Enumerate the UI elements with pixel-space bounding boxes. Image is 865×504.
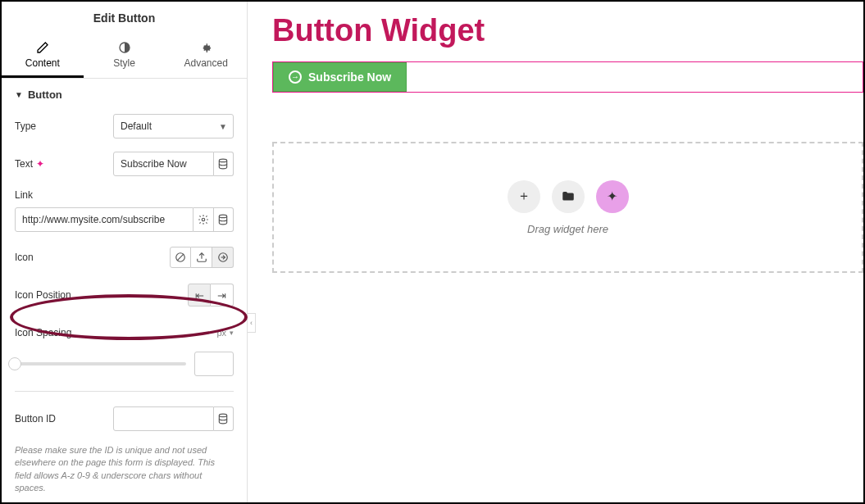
page-title: Button Widget: [272, 13, 863, 48]
template-library-button[interactable]: [552, 180, 585, 213]
icon-spacing-label: Icon Spacing: [15, 327, 113, 338]
chevron-left-icon: ‹: [250, 319, 253, 327]
link-label: Link: [15, 189, 234, 201]
button-id-help: Please make sure the ID is unique and no…: [15, 444, 234, 495]
link-input[interactable]: [15, 207, 193, 232]
database-icon: [217, 413, 229, 425]
sparkle-icon: ✦: [607, 188, 617, 204]
icon-upload-button[interactable]: [191, 247, 212, 268]
button-id-input[interactable]: [113, 406, 214, 431]
svg-point-9: [220, 414, 227, 417]
ai-widget-button[interactable]: ✦: [596, 180, 629, 213]
half-circle-icon: [118, 41, 131, 54]
align-left-icon: ⇤: [195, 289, 204, 302]
sidebar-collapse-toggle[interactable]: ‹: [248, 313, 256, 333]
folder-icon: [561, 189, 576, 204]
drop-zone[interactable]: ＋ ✦ Drag widget here: [272, 142, 863, 273]
tab-style[interactable]: Style: [84, 33, 166, 78]
button-id-dynamic-button[interactable]: [214, 406, 234, 431]
slider-thumb[interactable]: [8, 357, 21, 370]
upload-icon: [196, 252, 207, 263]
icon-library-button[interactable]: [212, 247, 234, 268]
divider: [15, 391, 234, 392]
align-right-icon: ⇥: [217, 289, 226, 302]
button-widget-container[interactable]: → Subscribe Now: [272, 61, 863, 93]
icon-spacing-slider[interactable]: [15, 362, 186, 366]
link-dynamic-button[interactable]: [214, 207, 234, 232]
dynamic-tags-button[interactable]: [214, 152, 234, 176]
gear-icon: [199, 41, 212, 54]
pencil-icon: [36, 41, 49, 54]
section-button-toggle[interactable]: ▼ Button: [15, 89, 234, 101]
tab-content[interactable]: Content: [2, 33, 84, 78]
sidebar-title: Edit Button: [2, 2, 247, 33]
editor-sidebar: Edit Button Content Style Advanced ▼ But…: [2, 2, 248, 502]
arrow-right-circle-icon: →: [289, 70, 302, 84]
svg-point-1: [220, 159, 227, 162]
svg-line-5: [177, 254, 184, 261]
unit-selector[interactable]: px ▾: [216, 328, 234, 338]
ai-sparkle-icon: ✦: [36, 158, 44, 170]
type-select[interactable]: [113, 114, 234, 138]
button-id-label: Button ID: [15, 413, 113, 425]
panel-body: ▼ Button Type ▼ Text ✦: [2, 79, 247, 502]
icon-spacing-number-input[interactable]: [194, 352, 234, 376]
tab-advanced[interactable]: Advanced: [165, 33, 247, 78]
icon-position-label: Icon Position: [15, 289, 113, 301]
svg-point-3: [220, 215, 227, 218]
plus-icon: ＋: [517, 188, 530, 205]
add-widget-button[interactable]: ＋: [508, 180, 540, 213]
text-label: Text ✦: [15, 158, 113, 170]
gear-icon: [198, 214, 209, 225]
editor-tabs: Content Style Advanced: [2, 33, 247, 79]
text-input[interactable]: [113, 152, 214, 176]
caret-down-icon: ▼: [15, 90, 23, 99]
icon-label: Icon: [15, 252, 113, 263]
link-options-button[interactable]: [193, 207, 213, 232]
icon-none-button[interactable]: [170, 247, 191, 268]
editor-canvas: Button Widget → Subscribe Now ＋ ✦ Drag w: [248, 2, 863, 502]
database-icon: [217, 214, 229, 225]
chevron-down-icon: ▾: [230, 329, 234, 337]
ban-icon: [175, 252, 186, 263]
arrow-right-circle-icon: [217, 252, 229, 263]
icon-position-after-button[interactable]: ⇥: [211, 284, 234, 306]
drop-zone-text: Drag widget here: [527, 223, 608, 235]
icon-position-before-button[interactable]: ⇤: [188, 284, 211, 306]
svg-point-2: [202, 218, 205, 221]
type-label: Type: [15, 120, 113, 132]
database-icon: [217, 158, 229, 170]
subscribe-button-preview[interactable]: → Subscribe Now: [273, 62, 407, 92]
